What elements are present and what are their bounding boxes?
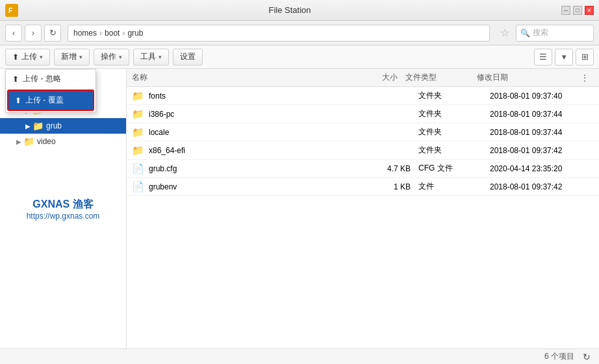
minimize-button[interactable]: ─ [561,6,570,15]
app-icon: F [5,4,18,17]
table-row[interactable]: 📁 x86_64-efi 文件夹 2018-08-01 09:37:42 [127,141,599,160]
search-box[interactable]: 🔍 搜索 [516,25,594,42]
breadcrumb-homes[interactable]: homes [73,29,97,38]
watermark: GXNAS 渔客 https://wp.gxnas.com [27,197,100,220]
upload-ignore-icon: ⬆ [12,75,19,84]
upload-overwrite-item[interactable]: ⬆ 上传 - 覆盖 [7,90,94,111]
close-button[interactable]: ✕ [585,6,594,15]
header-more[interactable]: ⋮ [581,73,594,82]
view-option-button[interactable]: ▾ [555,49,573,66]
table-row[interactable]: 📁 i386-pc 文件夹 2018-08-01 09:37:44 [127,105,599,123]
file-row-name-locale: 📁 locale [132,127,366,138]
file-row-date-i386: 2018-08-01 09:37:44 [490,110,594,119]
status-bar: 6 个项目 ↻ [0,348,599,364]
header-size[interactable]: 大小 [353,72,405,83]
file-row-size-grubenv: 1 KB [366,182,418,191]
file-row-date-grubcfg: 2020-04-14 23:35:20 [490,164,594,173]
table-row[interactable]: 📄 grub.cfg 4.7 KB CFG 文件 2020-04-14 23:3… [127,160,599,178]
tools-arrow: ▾ [159,54,162,60]
file-row-type-i386: 文件夹 [418,108,490,119]
file-row-date-locale: 2018-08-01 09:37:44 [490,128,594,137]
header-date[interactable]: 修改日期 [477,72,581,83]
maximize-button[interactable]: □ [573,6,582,15]
file-row-date-grubenv: 2018-08-01 09:37:42 [490,182,594,191]
file-row-type-fonts: 文件夹 [418,90,490,101]
new-arrow: ▾ [79,54,83,60]
folder-icon: 📁 [132,108,145,120]
tools-button[interactable]: 工具 ▾ [133,49,169,66]
list-view-button[interactable]: ☰ [534,49,552,66]
toolbar: ⬆ 上传 ▾ 新增 ▾ 操作 ▾ 工具 ▾ 设置 ☰ ▾ ⊞ [0,45,599,69]
breadcrumb-sep1: › [99,29,102,38]
new-button[interactable]: 新增 ▾ [54,49,90,66]
sidebar: ▶ 📁 admin ▼ 📂 boot ▶ 📁 EFI ▶ 📁 grub ▶ [0,69,127,348]
folder-icon-video: 📁 [23,136,34,147]
folder-icon: 📁 [132,127,145,138]
file-row-date-x86: 2018-08-01 09:37:42 [490,146,594,155]
upload-arrow: ▾ [40,54,43,60]
title-bar: F File Station ─ □ ✕ [0,0,599,21]
forward-button[interactable]: › [25,25,42,42]
action-label: 操作 [101,51,116,62]
upload-icon: ⬆ [12,53,19,62]
detail-view-button[interactable]: ⊞ [576,49,594,66]
upload-label: 上传 [21,51,37,62]
breadcrumb-boot[interactable]: boot [105,29,120,38]
refresh-button[interactable]: ↻ [44,25,61,42]
search-icon: 🔍 [520,29,530,38]
sidebar-label-video: video [37,137,56,146]
favorite-button[interactable]: ☆ [496,25,513,42]
window-title: File Station [18,5,561,15]
file-icon: 📄 [132,163,145,175]
action-button[interactable]: 操作 ▾ [94,49,129,66]
tree-arrow-grub: ▶ [23,123,32,130]
breadcrumb-grub[interactable]: grub [127,29,143,38]
file-area: 名称 大小 文件类型 修改日期 ⋮ 📁 fonts 文件夹 2018-08-01… [127,69,599,348]
header-type[interactable]: 文件类型 [405,72,477,83]
folder-icon: 📁 [132,145,145,156]
settings-label: 设置 [180,51,196,62]
main-layout: ▶ 📁 admin ▼ 📂 boot ▶ 📁 EFI ▶ 📁 grub ▶ [0,69,599,348]
back-button[interactable]: ‹ [5,25,22,42]
item-count: 6 个项目 [544,351,574,362]
file-row-name-x86: 📁 x86_64-efi [132,145,366,156]
table-row[interactable]: 📁 fonts 文件夹 2018-08-01 09:37:40 [127,87,599,105]
watermark-line2: https://wp.gxnas.com [27,211,100,220]
sidebar-item-grub[interactable]: ▶ 📁 grub [0,118,126,134]
file-row-name-i386: 📁 i386-pc [132,108,366,120]
window-controls: ─ □ ✕ [561,6,594,15]
settings-button[interactable]: 设置 [173,49,203,66]
file-table-header: 名称 大小 文件类型 修改日期 ⋮ [127,69,599,87]
sidebar-label-grub: grub [46,121,62,130]
header-name[interactable]: 名称 [132,72,353,83]
file-row-type-x86: 文件夹 [418,145,490,156]
folder-icon: 📁 [132,90,145,102]
file-list: 📁 fonts 文件夹 2018-08-01 09:37:40 📁 i386-p… [127,87,599,348]
tree-arrow-video: ▶ [14,138,23,145]
folder-icon-grub: 📁 [32,121,44,131]
upload-button[interactable]: ⬆ 上传 ▾ [5,49,50,66]
file-row-type-grubenv: 文件 [418,181,490,192]
breadcrumb[interactable]: homes › boot › grub [68,25,490,42]
sidebar-item-video[interactable]: ▶ 📁 video [0,134,126,149]
upload-ignore-item[interactable]: ⬆ 上传 - 忽略 [6,69,96,88]
status-refresh-button[interactable]: ↻ [581,351,593,363]
file-row-name-fonts: 📁 fonts [132,90,366,102]
table-row[interactable]: 📁 locale 文件夹 2018-08-01 09:37:44 [127,123,599,141]
svg-text:F: F [8,7,12,14]
view-controls: ☰ ▾ ⊞ [534,49,594,66]
breadcrumb-sep2: › [122,29,125,38]
upload-dropdown: ⬆ 上传 - 忽略 ⬆ 上传 - 覆盖 [5,69,96,113]
upload-ignore-label: 上传 - 忽略 [23,73,61,84]
file-row-size-grubcfg: 4.7 KB [366,164,418,173]
search-placeholder: 搜索 [533,27,548,38]
table-row[interactable]: 📄 grubenv 1 KB 文件 2018-08-01 09:37:42 [127,178,599,196]
nav-bar: ‹ › ↻ homes › boot › grub ☆ 🔍 搜索 [0,21,599,45]
action-arrow: ▾ [119,54,122,60]
file-row-date-fonts: 2018-08-01 09:37:40 [490,91,594,101]
watermark-line1: GXNAS 渔客 [27,197,100,211]
new-label: 新增 [61,51,77,62]
upload-overwrite-icon: ⬆ [15,96,21,105]
file-row-name-grubenv: 📄 grubenv [132,181,366,193]
file-icon: 📄 [132,181,145,193]
